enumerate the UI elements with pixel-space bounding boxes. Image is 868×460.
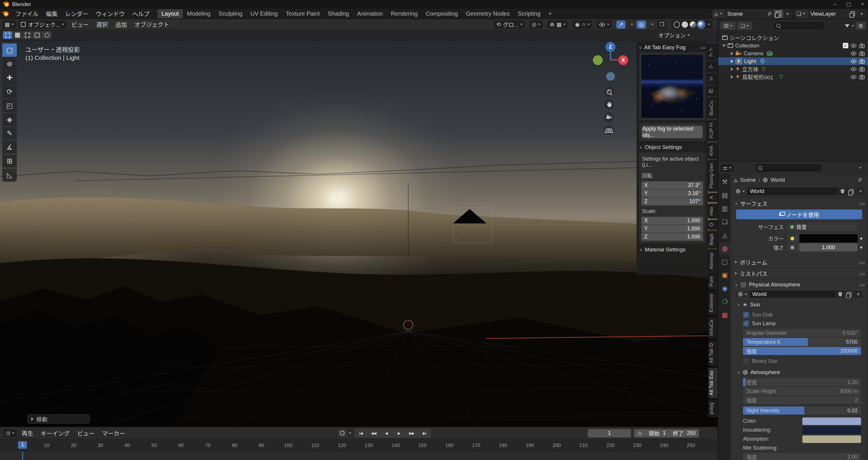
outliner-display-mode-dropdown[interactable]	[720, 22, 736, 30]
keying-dropdown[interactable]	[349, 432, 351, 434]
world-color-swatch[interactable]	[787, 234, 858, 242]
outliner-row-scene-collection[interactable]: シーンコレクション	[718, 34, 868, 42]
physical-atmosphere-checkbox[interactable]	[741, 282, 746, 287]
sidebar-tab[interactable]: ビ	[708, 73, 717, 85]
breadcrumb-scene[interactable]: Scene	[740, 177, 756, 183]
workspace-tab[interactable]: Shading	[324, 9, 353, 18]
viewport-menu-item[interactable]: ビュー	[68, 20, 93, 29]
menu-item[interactable]: ファイル	[11, 9, 42, 18]
surface-panel-header[interactable]: ∨ サーフェス	[732, 198, 866, 208]
properties-editor-type-button[interactable]: ⚌	[720, 164, 734, 172]
pivot-point-dropdown[interactable]: ◎	[529, 21, 543, 29]
viewlayer-selector[interactable]: ❏ ViewLayer ×	[795, 9, 866, 18]
unlink-scene-button[interactable]: ×	[783, 10, 792, 18]
new-collection-button[interactable]: ⊞	[856, 22, 866, 30]
outliner-row-light[interactable]: Light	[718, 57, 868, 65]
scene-name[interactable]: Scene	[724, 11, 765, 17]
material-settings-header[interactable]: ∨Material Settings	[640, 246, 706, 253]
workspace-tab[interactable]: Sculpting	[214, 9, 246, 18]
viewport-menu-item[interactable]: オブジェクト	[131, 20, 173, 29]
frame-start-field[interactable]: 開始1	[646, 429, 670, 437]
atmosphere-subpanel-header[interactable]: ∨ Atmosphere	[736, 368, 863, 377]
select-box-tool[interactable]: ▢	[2, 43, 17, 57]
outliner-row-cube[interactable]: ▼ 立方体 ▽	[718, 65, 868, 73]
render-visibility-toggle[interactable]	[859, 50, 865, 57]
jump-to-end-button[interactable]: ▶|	[418, 429, 431, 437]
sun-disk-checkbox[interactable]: ✓	[743, 312, 749, 318]
use-nodes-button[interactable]: ノードを使用	[736, 210, 862, 219]
workspace-tab[interactable]: Compositing	[422, 9, 462, 18]
transform-tool[interactable]: ◈	[2, 113, 17, 126]
fog-panel-header[interactable]: ∨ Alt Tab Easy Fog	[639, 43, 706, 52]
sidebar-tab[interactable]: Atmosp	[708, 249, 717, 273]
atmosphere-color-swatch[interactable]	[802, 418, 861, 425]
new-world-button[interactable]	[847, 187, 856, 195]
physics-tab[interactable]: ◉	[719, 282, 730, 295]
sidebar-tab[interactable]: Plating Gen	[708, 160, 717, 192]
timeline-menu-item[interactable]: ビュー	[73, 429, 98, 437]
new-viewlayer-button[interactable]	[848, 10, 857, 18]
operator-panel-move[interactable]: 移動	[28, 414, 90, 424]
object-tab[interactable]: ▣	[719, 269, 730, 281]
scale-field[interactable]: X1.000	[642, 217, 703, 224]
world-browse-icon[interactable]	[734, 187, 747, 195]
hide-eye-toggle[interactable]	[850, 50, 857, 57]
object-settings-header[interactable]: ∨Object Settings	[640, 144, 706, 150]
sidebar-tab[interactable]: O	[708, 220, 717, 230]
timeline-ruler[interactable]: 1102030405060708090100110120130140150160…	[0, 439, 717, 452]
unlink-world-button[interactable]: ×	[854, 290, 863, 298]
mist-pass-panel-header[interactable]: ミストパス	[732, 269, 866, 278]
menu-item[interactable]: ヘルプ	[128, 9, 153, 18]
rendered-shading-button[interactable]	[698, 22, 704, 28]
physical-atmosphere-panel-header[interactable]: ∨ Physical Atmosphere	[732, 280, 866, 289]
apply-fog-button[interactable]: Apply fog to selected obj...	[642, 126, 703, 138]
move-tool[interactable]: ✚	[2, 71, 17, 85]
cursor-tool[interactable]: ⊕	[2, 57, 17, 70]
inscattering-color-swatch[interactable]	[802, 426, 861, 434]
hide-eye-toggle[interactable]	[850, 74, 857, 80]
app-menu-icon[interactable]	[3, 11, 9, 17]
sidebar-tab[interactable]: Baga	[708, 231, 717, 248]
measure-tool[interactable]: ∡	[2, 141, 17, 154]
new-world-button[interactable]	[844, 290, 854, 298]
use-preview-range-button[interactable]: ◷	[634, 429, 646, 437]
sidebar-tab[interactable]: FLIP Fl	[708, 120, 717, 142]
world-tab[interactable]: ◍	[719, 242, 730, 254]
menu-item[interactable]: 編集	[42, 9, 61, 18]
viewlayer-name[interactable]: ViewLayer	[808, 11, 848, 17]
temperature-slider[interactable]: Temperature K5700	[743, 338, 861, 346]
workspace-tab[interactable]: Texture Paint	[282, 9, 324, 18]
fake-user-shield-icon[interactable]	[838, 187, 847, 195]
auto-keying-button[interactable]	[338, 429, 347, 437]
timeline-track-area[interactable]	[0, 452, 717, 460]
frame-end-field[interactable]: 終了250	[670, 429, 699, 437]
hide-eye-toggle[interactable]	[850, 58, 857, 64]
expander-icon[interactable]	[731, 67, 733, 71]
collection-tab[interactable]: ▢	[719, 256, 730, 268]
solid-shading-button[interactable]	[682, 22, 688, 28]
texture-tab[interactable]: ▦	[719, 309, 730, 321]
scene-tab[interactable]: ◬	[719, 229, 730, 241]
menu-item[interactable]: ウィンドウ	[92, 9, 128, 18]
outliner-filter-dropdown[interactable]	[845, 24, 854, 28]
sidebar-tab[interactable]: Alt Tab Eas	[708, 367, 717, 399]
material-preview-button[interactable]	[690, 22, 696, 28]
xray-toggle[interactable]: ❐	[657, 21, 666, 29]
maximize-button[interactable]: ▢	[846, 1, 851, 7]
workspace-tab[interactable]: Scripting	[514, 9, 545, 18]
surface-shader-field[interactable]: 背景	[787, 223, 858, 231]
world-datablock-selector[interactable]: World ×	[733, 187, 865, 195]
new-scene-button[interactable]	[774, 10, 783, 18]
outliner-filter-type-dropdown[interactable]: ❏	[737, 22, 752, 30]
shading-dropdown[interactable]	[708, 24, 710, 25]
render-tab[interactable]: ▤	[719, 189, 730, 202]
gizmos-dropdown[interactable]	[631, 24, 633, 25]
world-browse-icon[interactable]	[736, 290, 749, 298]
viewport-menu-item[interactable]: 選択	[93, 20, 112, 29]
night-intensity-slider[interactable]: Night Intensity0.02	[743, 406, 861, 415]
sidebar-tab[interactable]: Hair	[708, 204, 717, 219]
scale-tool[interactable]: ◰	[2, 99, 17, 112]
sidebar-tab[interactable]: VirtuCa	[708, 316, 717, 339]
next-keyframe-button[interactable]: ▶▶	[406, 429, 418, 437]
sun-subpanel-header[interactable]: ∨ ☀ Sun	[736, 300, 863, 309]
